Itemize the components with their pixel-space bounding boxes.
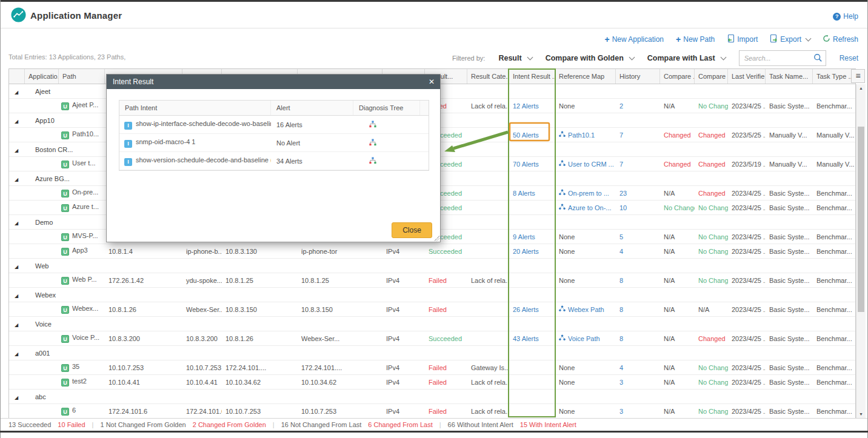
history-link[interactable]: 4 [616, 364, 660, 371]
history-link[interactable]: 3 [616, 379, 660, 386]
filter-dropdown-compare-last[interactable]: Compare with Last [647, 54, 726, 62]
expand-toggle-icon[interactable]: ◢ [9, 264, 18, 270]
col-header-compare-golden[interactable]: Compare ... [660, 69, 695, 84]
filter-dropdown-compare-golden[interactable]: Compare with Golden [546, 54, 634, 62]
col-header-reference-map[interactable]: Reference Map [555, 69, 616, 84]
search-icon[interactable] [813, 53, 823, 65]
filter-dropdown-result[interactable]: Result [498, 54, 532, 62]
vertical-scrollbar[interactable]: ▲ ▼ [856, 84, 866, 418]
path-intent-name: show-ip-interface-schedule-decode-wo-bas… [136, 120, 271, 127]
reference-map-link[interactable]: Voice Path [555, 334, 616, 342]
application-group-row[interactable]: ◢a001 [9, 346, 855, 360]
new-application-button[interactable]: + New Application [604, 35, 664, 44]
scroll-up-icon[interactable]: ▲ [856, 86, 866, 90]
col-header-compare-last[interactable]: Compare ... [695, 69, 728, 84]
reference-map-link[interactable]: Path10.1 [555, 131, 616, 139]
column-menu-button[interactable]: ≡ [851, 69, 865, 83]
path-row[interactable]: U3510.10.7.25310.10.7.253172.24.101....1… [9, 360, 855, 375]
intent-alerts-link[interactable]: 8 Alerts [509, 190, 555, 197]
path-row[interactable]: UWebex...10.8.1.26Webex-Ser...10.8.3.150… [9, 302, 855, 317]
diagnosis-tree-icon[interactable] [369, 140, 376, 147]
col-header-intent-result[interactable]: Intent Result ... [509, 69, 555, 84]
expand-toggle-icon[interactable]: ◢ [9, 148, 18, 153]
intent-alerts-link[interactable]: 26 Alerts [509, 306, 555, 313]
application-name-cell: Azure BG... [25, 175, 105, 182]
cell-dst-device: 10.8.3.150 [298, 306, 382, 313]
col-header-application[interactable]: Applicatio... [25, 69, 59, 84]
reference-map-link[interactable]: On-prem to ... [555, 189, 616, 197]
dialog-resize-handle[interactable] [434, 236, 439, 241]
history-link[interactable]: 7 [616, 161, 660, 168]
col-header-history[interactable]: History [616, 69, 660, 84]
col-header-path[interactable]: Path [59, 69, 105, 84]
col-header-result-category[interactable]: Result Cate... [467, 69, 509, 84]
intent-col-header-0[interactable]: Path Intent [119, 101, 271, 115]
history-link[interactable]: 8 [616, 306, 660, 313]
application-group-row[interactable]: ◢Webex [9, 288, 855, 302]
reference-map-link[interactable]: User to CRM ... [555, 160, 616, 168]
intent-alerts-link[interactable]: 9 Alerts [509, 233, 555, 241]
new-path-button[interactable]: + New Path [676, 35, 715, 44]
application-group-row[interactable]: ◢Voice [9, 317, 855, 331]
intent-alerts-link-highlighted[interactable]: 50 Alerts [509, 131, 555, 139]
history-link[interactable]: 8 [616, 277, 660, 284]
intent-col-header-2[interactable]: Diagnosis Tree [353, 101, 420, 115]
cell-last-verified: 2023/4/25 ... [728, 204, 766, 211]
path-row[interactable]: U6172.24.101.6172.24.101.610.10.7.25310.… [9, 404, 855, 419]
cell-compare-golden: Changed [660, 131, 695, 139]
path-row[interactable]: UWeb P...172.26.1.42ydu-spoke...10.8.1.2… [9, 273, 855, 288]
reference-map-link[interactable]: Azure to On-... [555, 204, 616, 211]
path-row[interactable]: Utest210.10.4.4110.10.4.4110.10.34.6210.… [9, 375, 855, 390]
scrollbar-thumb[interactable] [858, 127, 864, 312]
diagnosis-tree-icon[interactable] [369, 122, 376, 129]
import-button[interactable]: Import [727, 35, 758, 44]
diagnosis-tree-icon[interactable] [369, 158, 376, 165]
close-button[interactable]: Close [392, 222, 432, 238]
help-link[interactable]: ? Help [833, 12, 858, 21]
expand-toggle-icon[interactable]: ◢ [9, 322, 18, 328]
path-row[interactable]: UApp310.8.1.4ip-phone-b...10.8.3.130ip-p… [9, 244, 855, 259]
status-count: 13 Succeeded [8, 421, 51, 428]
history-link[interactable]: 5 [616, 233, 660, 241]
history-link[interactable]: 23 [616, 190, 660, 197]
expand-toggle-icon[interactable]: ◢ [9, 351, 18, 357]
expand-toggle-icon[interactable]: ◢ [9, 177, 18, 182]
cell-task-name: Basic Syste... [766, 204, 813, 211]
application-group-row[interactable]: ◢abc [9, 390, 855, 404]
intent-alerts-link[interactable]: 43 Alerts [509, 335, 555, 342]
intent-alerts-link[interactable]: 70 Alerts [509, 161, 555, 168]
intent-alerts-link[interactable]: 12 Alerts [509, 102, 555, 110]
col-header-task-name[interactable]: Task Name... [766, 69, 813, 84]
expand-toggle-icon[interactable]: ◢ [9, 293, 18, 299]
intent-col-header-1[interactable]: Alert [271, 101, 353, 115]
history-link[interactable]: 10 [616, 204, 660, 211]
expand-toggle-icon[interactable]: ◢ [9, 395, 18, 400]
col-header-expand[interactable] [9, 69, 25, 84]
dialog-title-bar[interactable]: Intent Result ✕ [107, 75, 440, 89]
col-header-task-type[interactable]: Task Type ... [813, 69, 856, 84]
history-link[interactable]: 7 [616, 131, 660, 139]
path-row[interactable]: UVoice P...10.8.3.20010.8.3.20010.8.1.26… [9, 331, 855, 346]
reset-button[interactable]: Reset [840, 54, 858, 62]
refresh-button[interactable]: Refresh [823, 35, 858, 44]
expand-toggle-icon[interactable]: ◢ [9, 90, 18, 95]
cell-result-category: Lack of rela... [467, 102, 509, 110]
scroll-down-icon[interactable]: ▼ [856, 412, 866, 416]
search-input[interactable] [743, 51, 811, 65]
export-button[interactable]: Export [770, 35, 810, 44]
expand-toggle-icon[interactable]: ◢ [9, 221, 18, 226]
cell-task-type: Benchmar... [813, 248, 856, 255]
history-link[interactable]: 3 [616, 408, 660, 415]
application-group-row[interactable]: ◢Web [9, 259, 855, 273]
cell-dst-device: 10.8.1.25 [298, 277, 382, 284]
expand-toggle-icon[interactable]: ◢ [9, 119, 18, 124]
history-link[interactable]: 2 [616, 102, 660, 110]
path-name-cell: Utest2 [59, 377, 105, 387]
intent-alerts-link[interactable]: 20 Alerts [509, 248, 555, 255]
reference-map-link[interactable]: Webex Path [555, 305, 616, 313]
col-header-last-verified[interactable]: Last Verifie... [728, 69, 766, 84]
history-link[interactable]: 8 [616, 335, 660, 342]
history-link[interactable]: 4 [616, 248, 660, 255]
close-icon[interactable]: ✕ [429, 77, 435, 87]
cell-task-type: Benchmar... [813, 379, 856, 386]
